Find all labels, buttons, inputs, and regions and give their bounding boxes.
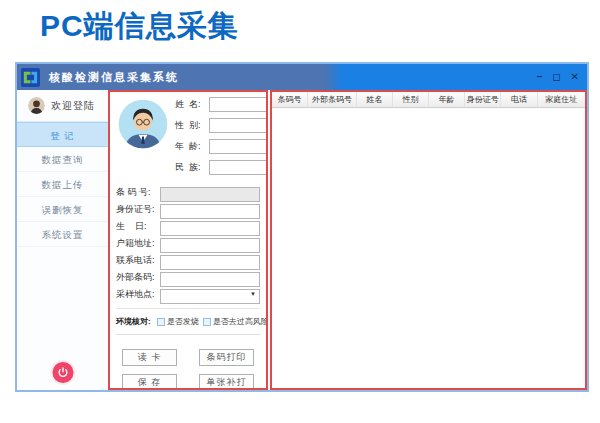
registered-address-label: 户籍地址: — [116, 237, 160, 250]
person-avatar-icon — [116, 97, 170, 151]
field-row-registered-address: 户籍地址: — [116, 236, 260, 251]
user-avatar-icon — [28, 97, 45, 114]
maximize-button[interactable]: ◻ — [552, 72, 560, 82]
barcode-input[interactable] — [160, 187, 260, 202]
birthday-label: 生 日: — [116, 220, 160, 233]
ethnicity-input[interactable] — [209, 160, 268, 175]
table-header: 条码号 外部条码号 姓名 性别 年龄 身份证号 电话 家庭住址 — [272, 92, 585, 108]
column-header-phone[interactable]: 电话 — [501, 92, 537, 107]
id-number-label: 身份证号: — [116, 203, 160, 216]
registration-form-panel: 姓 名: 性 别: 年 龄: 民 族: — [108, 90, 268, 390]
sidebar: 欢迎登陆 登 记 数据查询 数据上传 误删恢复 系统设置 — [17, 90, 108, 390]
field-row-ethnicity: 民 族: — [175, 160, 268, 175]
high-risk-area-checkbox[interactable] — [203, 318, 211, 326]
sidebar-item-data-upload[interactable]: 数据上传 — [17, 172, 108, 197]
sidebar-item-register[interactable]: 登 记 — [17, 122, 108, 147]
column-header-name[interactable]: 姓名 — [357, 92, 393, 107]
table-body-empty — [272, 108, 585, 388]
phone-label: 联系电话: — [116, 254, 160, 267]
sidebar-item-data-query[interactable]: 数据查询 — [17, 147, 108, 172]
form-buttons: 读 卡 条码打印 保 存 单张补打 — [122, 349, 254, 390]
window-titlebar: 核酸检测信息采集系统 – ◻ ✕ — [17, 64, 587, 90]
sidebar-item-delete-recovery[interactable]: 误删恢复 — [17, 197, 108, 222]
welcome-label: 欢迎登陆 — [51, 99, 95, 113]
sidebar-item-system-settings[interactable]: 系统设置 — [17, 222, 108, 247]
column-header-external-barcode[interactable]: 外部条码号 — [308, 92, 356, 107]
column-header-gender[interactable]: 性别 — [393, 92, 429, 107]
birthday-input[interactable] — [160, 221, 260, 236]
name-label: 姓 名: — [175, 98, 209, 111]
external-barcode-input[interactable] — [160, 272, 260, 287]
window-title: 核酸检测信息采集系统 — [49, 70, 179, 85]
read-card-button[interactable]: 读 卡 — [122, 349, 177, 366]
field-row-name: 姓 名: — [175, 97, 268, 112]
gender-label: 性 别: — [175, 119, 209, 132]
single-reprint-button[interactable]: 单张补打 — [199, 374, 254, 390]
field-row-id-number: 身份证号: — [116, 202, 260, 217]
barcode-label: 条 码 号: — [116, 186, 160, 199]
sampling-site-label: 采样地点: — [116, 288, 160, 301]
field-row-external-barcode: 外部条码: — [116, 270, 260, 285]
minimize-button[interactable]: – — [537, 72, 543, 82]
page-title: PC端信息采集 — [40, 6, 239, 47]
person-fields: 姓 名: 性 别: 年 龄: 民 族: — [170, 97, 268, 181]
age-input[interactable] — [209, 139, 268, 154]
external-barcode-label: 外部条码: — [116, 271, 160, 284]
power-icon — [56, 366, 69, 379]
sampling-site-select[interactable] — [160, 289, 260, 304]
name-input[interactable] — [209, 97, 268, 112]
barcode-print-button[interactable]: 条码打印 — [199, 349, 254, 366]
phone-input[interactable] — [160, 255, 260, 270]
fever-checkbox[interactable] — [157, 318, 165, 326]
environment-check-row: 环境核对: 是否发烧 是否去过高风险地区 — [116, 308, 260, 335]
window-body: 欢迎登陆 登 记 数据查询 数据上传 误删恢复 系统设置 — [17, 90, 587, 390]
column-header-age[interactable]: 年龄 — [429, 92, 465, 107]
records-table-panel: 条码号 外部条码号 姓名 性别 年龄 身份证号 电话 家庭住址 — [270, 90, 587, 390]
field-row-age: 年 龄: — [175, 139, 268, 154]
registered-address-input[interactable] — [160, 238, 260, 253]
column-header-barcode[interactable]: 条码号 — [272, 92, 308, 107]
field-row-sampling-site: 采样地点: ▼ — [116, 287, 260, 302]
age-label: 年 龄: — [175, 140, 209, 153]
field-row-birthday: 生 日: — [116, 219, 260, 234]
fever-checkbox-label: 是否发烧 — [167, 316, 199, 327]
field-row-barcode: 条 码 号: — [116, 185, 260, 200]
high-risk-area-checkbox-label: 是否去过高风险地区 — [213, 316, 268, 327]
gender-input[interactable] — [209, 118, 268, 133]
environment-check-label: 环境核对: — [116, 316, 151, 327]
save-button[interactable]: 保 存 — [122, 374, 177, 390]
field-row-gender: 性 别: — [175, 118, 268, 133]
user-row: 欢迎登陆 — [17, 90, 108, 122]
ethnicity-label: 民 族: — [175, 161, 209, 174]
power-button[interactable] — [52, 362, 73, 383]
app-window: 核酸检测信息采集系统 – ◻ ✕ 欢迎登陆 登 记 数据查询 数据上传 — [15, 62, 589, 392]
column-header-home-address[interactable]: 家庭住址 — [538, 92, 585, 107]
app-logo-icon — [21, 68, 40, 87]
chevron-down-icon[interactable]: ▼ — [250, 291, 256, 297]
field-row-phone: 联系电话: — [116, 253, 260, 268]
id-number-input[interactable] — [160, 204, 260, 219]
form-top-section: 姓 名: 性 别: 年 龄: 民 族: — [116, 97, 260, 181]
column-header-id-number[interactable]: 身份证号 — [465, 92, 501, 107]
close-button[interactable]: ✕ — [571, 72, 579, 82]
